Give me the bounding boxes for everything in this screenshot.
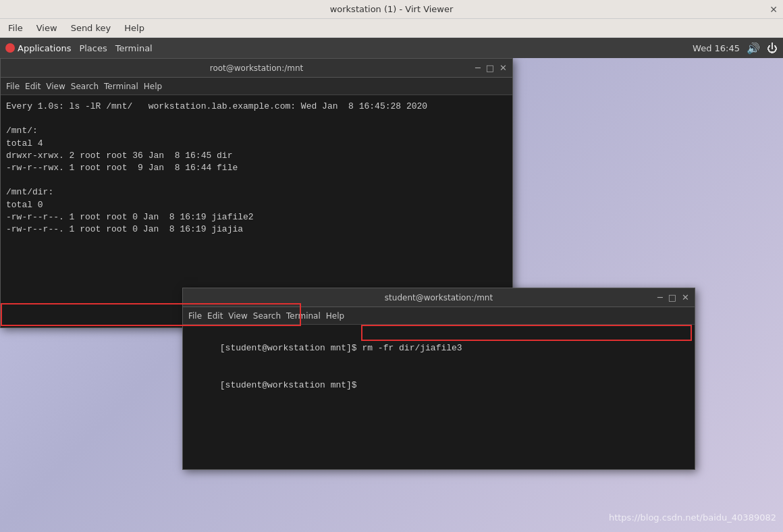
- virt-viewer-menubar: File View Send key Help: [0, 19, 783, 38]
- terminal2-minimize[interactable]: ─: [657, 292, 663, 302]
- t2-menu-file[interactable]: File: [188, 311, 202, 321]
- volume-icon[interactable]: 🔊: [747, 42, 760, 55]
- menu-file[interactable]: File: [3, 22, 28, 34]
- applications-menu[interactable]: Applications: [5, 43, 71, 53]
- terminal2-maximize[interactable]: □: [668, 292, 676, 302]
- t1-menu-search[interactable]: Search: [71, 82, 99, 91]
- t1-menu-help[interactable]: Help: [144, 82, 162, 91]
- terminal1-close[interactable]: ✕: [500, 63, 507, 73]
- t1-menu-terminal[interactable]: Terminal: [104, 82, 138, 91]
- t2-menu-search[interactable]: Search: [253, 311, 281, 321]
- terminal2-line2: [student@workstation mnt]$: [220, 380, 362, 390]
- t2-menu-terminal[interactable]: Terminal: [286, 311, 321, 321]
- desktop: root@workstation:/mnt ─ □ ✕ File Edit Vi…: [0, 58, 783, 532]
- taskbar-left: Applications Places Terminal: [5, 43, 153, 53]
- virt-viewer-titlebar: workstation (1) - Virt Viewer ✕: [0, 0, 783, 19]
- places-menu[interactable]: Places: [79, 43, 107, 53]
- terminal2-title: student@workstation:/mnt: [385, 293, 493, 302]
- terminal-menu[interactable]: Terminal: [115, 43, 153, 53]
- terminal2-line1: [student@workstation mnt]$ rm -fr dir/ji…: [220, 343, 462, 353]
- clock: Wed 16:45: [693, 43, 740, 53]
- terminal-window-student: student@workstation:/mnt ─ □ ✕ File Edit…: [182, 288, 695, 470]
- power-icon[interactable]: ⏻: [767, 42, 778, 55]
- terminal1-menubar: File Edit View Search Terminal Help: [1, 78, 512, 95]
- apps-dot-icon: [5, 43, 15, 53]
- menu-view[interactable]: View: [31, 22, 63, 34]
- terminal2-content: [student@workstation mnt]$ rm -fr dir/ji…: [183, 325, 695, 469]
- terminal1-minimize[interactable]: ─: [475, 63, 481, 73]
- window-close-button[interactable]: ✕: [770, 4, 778, 15]
- t1-menu-view[interactable]: View: [46, 82, 65, 91]
- t2-menu-view[interactable]: View: [228, 311, 247, 321]
- t1-menu-edit[interactable]: Edit: [25, 82, 40, 91]
- terminal1-buttons: ─ □ ✕: [475, 63, 507, 73]
- taskbar: Applications Places Terminal Wed 16:45 🔊…: [0, 38, 783, 58]
- terminal1-title: root@workstation:/mnt: [210, 63, 303, 73]
- terminal2-titlebar: student@workstation:/mnt ─ □ ✕: [183, 288, 695, 307]
- watermark: https://blog.csdn.net/baidu_40389082: [609, 512, 776, 523]
- t2-menu-help[interactable]: Help: [326, 311, 344, 321]
- terminal2-buttons: ─ □ ✕: [657, 292, 689, 302]
- taskbar-right: Wed 16:45 🔊 ⏻: [693, 42, 778, 55]
- terminal2-close[interactable]: ✕: [682, 292, 689, 302]
- t2-menu-edit[interactable]: Edit: [207, 311, 223, 321]
- menu-help[interactable]: Help: [119, 22, 150, 34]
- applications-label: Applications: [18, 43, 71, 53]
- terminal2-menubar: File Edit View Search Terminal Help: [183, 307, 695, 325]
- menu-sendkey[interactable]: Send key: [65, 22, 117, 34]
- terminal1-maximize[interactable]: □: [486, 63, 494, 73]
- window-title: workstation (1) - Virt Viewer: [330, 4, 454, 14]
- terminal1-titlebar: root@workstation:/mnt ─ □ ✕: [1, 59, 512, 78]
- t1-menu-file[interactable]: File: [6, 82, 20, 91]
